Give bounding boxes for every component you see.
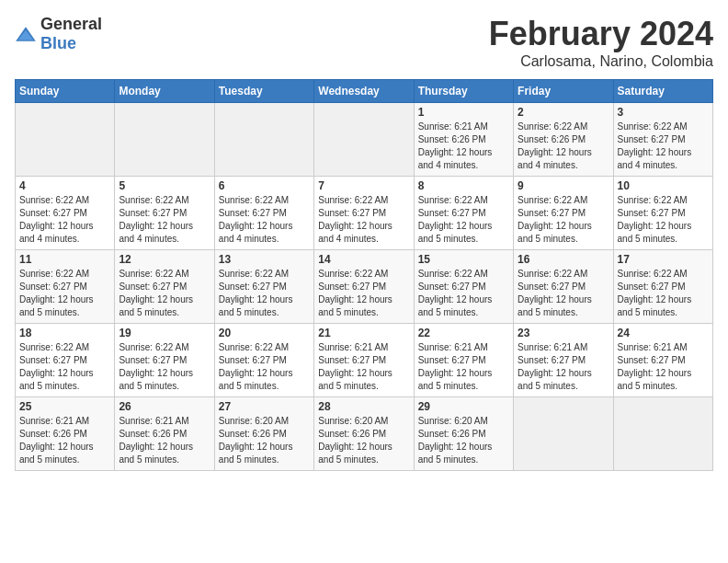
calendar-week-row: 18Sunrise: 6:22 AMSunset: 6:27 PMDayligh… — [16, 324, 713, 397]
calendar-cell: 6Sunrise: 6:22 AMSunset: 6:27 PMDaylight… — [214, 177, 313, 250]
calendar-cell: 5Sunrise: 6:22 AMSunset: 6:27 PMDaylight… — [115, 177, 214, 250]
day-number: 17 — [618, 253, 709, 266]
day-number: 14 — [318, 253, 409, 266]
day-info: Sunrise: 6:22 AMSunset: 6:27 PMDaylight:… — [19, 341, 110, 393]
calendar-cell: 11Sunrise: 6:22 AMSunset: 6:27 PMDayligh… — [16, 250, 115, 324]
calendar-cell — [16, 103, 115, 177]
day-number: 18 — [19, 327, 110, 339]
calendar-cell: 20Sunrise: 6:22 AMSunset: 6:27 PMDayligh… — [214, 324, 313, 397]
day-number: 19 — [119, 327, 210, 339]
day-number: 13 — [219, 253, 310, 266]
day-info: Sunrise: 6:21 AMSunset: 6:26 PMDaylight:… — [119, 415, 210, 466]
calendar-body: 1Sunrise: 6:21 AMSunset: 6:26 PMDaylight… — [16, 103, 713, 471]
day-number: 22 — [418, 327, 509, 339]
day-info: Sunrise: 6:22 AMSunset: 6:27 PMDaylight:… — [19, 268, 110, 319]
weekday-header-thursday: Thursday — [414, 80, 513, 103]
day-info: Sunrise: 6:22 AMSunset: 6:27 PMDaylight:… — [219, 194, 310, 246]
weekday-header-wednesday: Wednesday — [314, 80, 414, 103]
calendar-cell: 21Sunrise: 6:21 AMSunset: 6:27 PMDayligh… — [314, 324, 414, 397]
day-info: Sunrise: 6:22 AMSunset: 6:27 PMDaylight:… — [618, 194, 709, 246]
day-info: Sunrise: 6:22 AMSunset: 6:27 PMDaylight:… — [418, 194, 509, 246]
location-title: Carlosama, Narino, Colombia — [489, 53, 713, 70]
calendar-cell: 12Sunrise: 6:22 AMSunset: 6:27 PMDayligh… — [115, 250, 214, 324]
calendar-cell: 14Sunrise: 6:22 AMSunset: 6:27 PMDayligh… — [314, 250, 414, 324]
day-info: Sunrise: 6:22 AMSunset: 6:27 PMDaylight:… — [418, 268, 509, 319]
day-info: Sunrise: 6:21 AMSunset: 6:27 PMDaylight:… — [518, 341, 609, 393]
calendar-cell: 2Sunrise: 6:22 AMSunset: 6:26 PMDaylight… — [514, 103, 613, 177]
logo-icon — [15, 23, 37, 45]
day-info: Sunrise: 6:20 AMSunset: 6:26 PMDaylight:… — [318, 415, 409, 466]
calendar-cell: 4Sunrise: 6:22 AMSunset: 6:27 PMDaylight… — [16, 177, 115, 250]
calendar-cell: 3Sunrise: 6:22 AMSunset: 6:27 PMDaylight… — [613, 103, 712, 177]
weekday-header-friday: Friday — [514, 80, 613, 103]
day-number: 3 — [618, 106, 709, 119]
calendar-cell: 1Sunrise: 6:21 AMSunset: 6:26 PMDaylight… — [414, 103, 513, 177]
day-number: 29 — [418, 400, 509, 413]
calendar: SundayMondayTuesdayWednesdayThursdayFrid… — [15, 79, 713, 471]
calendar-cell: 28Sunrise: 6:20 AMSunset: 6:26 PMDayligh… — [314, 397, 414, 471]
calendar-cell: 9Sunrise: 6:22 AMSunset: 6:27 PMDaylight… — [514, 177, 613, 250]
day-number: 8 — [418, 179, 509, 192]
day-info: Sunrise: 6:22 AMSunset: 6:27 PMDaylight:… — [518, 268, 609, 319]
calendar-cell: 24Sunrise: 6:21 AMSunset: 6:27 PMDayligh… — [613, 324, 712, 397]
day-info: Sunrise: 6:22 AMSunset: 6:27 PMDaylight:… — [219, 341, 310, 393]
day-number: 1 — [418, 106, 509, 119]
day-info: Sunrise: 6:21 AMSunset: 6:26 PMDaylight:… — [19, 415, 110, 466]
day-info: Sunrise: 6:22 AMSunset: 6:26 PMDaylight:… — [518, 121, 609, 172]
calendar-cell: 16Sunrise: 6:22 AMSunset: 6:27 PMDayligh… — [514, 250, 613, 324]
day-info: Sunrise: 6:22 AMSunset: 6:27 PMDaylight:… — [618, 268, 709, 319]
day-number: 9 — [518, 179, 609, 192]
day-number: 28 — [318, 400, 409, 413]
calendar-cell: 8Sunrise: 6:22 AMSunset: 6:27 PMDaylight… — [414, 177, 513, 250]
weekday-header-row: SundayMondayTuesdayWednesdayThursdayFrid… — [16, 80, 713, 103]
calendar-header: SundayMondayTuesdayWednesdayThursdayFrid… — [16, 80, 713, 103]
day-number: 16 — [518, 253, 609, 266]
day-number: 7 — [318, 179, 409, 192]
day-info: Sunrise: 6:21 AMSunset: 6:27 PMDaylight:… — [418, 341, 509, 393]
calendar-week-row: 25Sunrise: 6:21 AMSunset: 6:26 PMDayligh… — [16, 397, 713, 471]
day-info: Sunrise: 6:22 AMSunset: 6:27 PMDaylight:… — [318, 268, 409, 319]
weekday-header-monday: Monday — [115, 80, 214, 103]
calendar-cell: 22Sunrise: 6:21 AMSunset: 6:27 PMDayligh… — [414, 324, 513, 397]
weekday-header-saturday: Saturday — [613, 80, 712, 103]
day-number: 20 — [219, 327, 310, 339]
day-info: Sunrise: 6:22 AMSunset: 6:27 PMDaylight:… — [119, 194, 210, 246]
header: General Blue February 2024 Carlosama, Na… — [15, 15, 713, 70]
calendar-cell: 17Sunrise: 6:22 AMSunset: 6:27 PMDayligh… — [613, 250, 712, 324]
day-info: Sunrise: 6:22 AMSunset: 6:27 PMDaylight:… — [219, 268, 310, 319]
calendar-cell: 10Sunrise: 6:22 AMSunset: 6:27 PMDayligh… — [613, 177, 712, 250]
day-info: Sunrise: 6:21 AMSunset: 6:26 PMDaylight:… — [418, 121, 509, 172]
day-info: Sunrise: 6:22 AMSunset: 6:27 PMDaylight:… — [19, 194, 110, 246]
day-info: Sunrise: 6:22 AMSunset: 6:27 PMDaylight:… — [618, 121, 709, 172]
month-title: February 2024 — [489, 15, 713, 53]
calendar-cell — [314, 103, 414, 177]
day-number: 26 — [119, 400, 210, 413]
day-number: 5 — [119, 179, 210, 192]
day-number: 25 — [19, 400, 110, 413]
day-info: Sunrise: 6:20 AMSunset: 6:26 PMDaylight:… — [219, 415, 310, 466]
day-info: Sunrise: 6:22 AMSunset: 6:27 PMDaylight:… — [518, 194, 609, 246]
day-number: 10 — [618, 179, 709, 192]
weekday-header-sunday: Sunday — [16, 80, 115, 103]
calendar-week-row: 11Sunrise: 6:22 AMSunset: 6:27 PMDayligh… — [16, 250, 713, 324]
logo-general: General — [40, 15, 102, 33]
day-number: 21 — [318, 327, 409, 339]
calendar-cell — [514, 397, 613, 471]
day-number: 15 — [418, 253, 509, 266]
day-number: 12 — [119, 253, 210, 266]
logo-blue: Blue — [40, 34, 76, 52]
calendar-cell: 7Sunrise: 6:22 AMSunset: 6:27 PMDaylight… — [314, 177, 414, 250]
day-number: 27 — [219, 400, 310, 413]
day-number: 11 — [19, 253, 110, 266]
calendar-cell — [613, 397, 712, 471]
day-info: Sunrise: 6:20 AMSunset: 6:26 PMDaylight:… — [418, 415, 509, 466]
calendar-cell: 13Sunrise: 6:22 AMSunset: 6:27 PMDayligh… — [214, 250, 313, 324]
weekday-header-tuesday: Tuesday — [214, 80, 313, 103]
day-number: 2 — [518, 106, 609, 119]
logo: General Blue — [15, 15, 102, 53]
calendar-cell: 23Sunrise: 6:21 AMSunset: 6:27 PMDayligh… — [514, 324, 613, 397]
day-number: 23 — [518, 327, 609, 339]
calendar-cell: 25Sunrise: 6:21 AMSunset: 6:26 PMDayligh… — [16, 397, 115, 471]
day-info: Sunrise: 6:22 AMSunset: 6:27 PMDaylight:… — [119, 341, 210, 393]
calendar-cell: 19Sunrise: 6:22 AMSunset: 6:27 PMDayligh… — [115, 324, 214, 397]
